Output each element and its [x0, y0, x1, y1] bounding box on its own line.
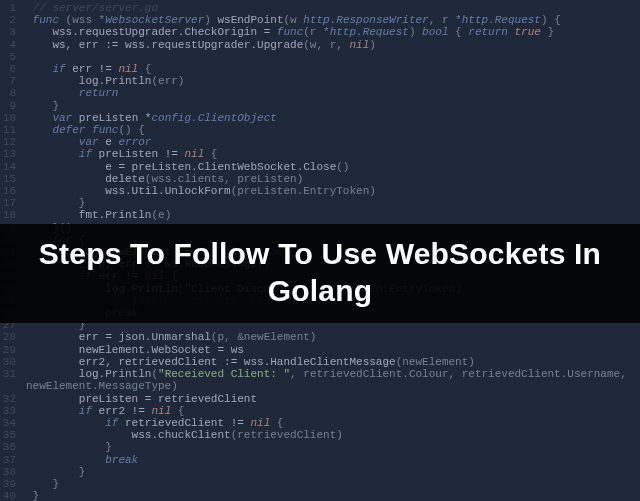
line-number: 8: [0, 87, 26, 99]
code-line: 31 log.Println("Receieved Client: ", ret…: [0, 368, 640, 380]
line-number: 30: [0, 356, 26, 368]
code-line: 3 wss.requestUpgrader.CheckOrigin = func…: [0, 26, 640, 38]
code-line: 2 func (wss *WebsocketServer) wsEndPoint…: [0, 14, 640, 26]
line-number: 28: [0, 331, 26, 343]
code-content: var preListen *config.ClientObject: [26, 112, 640, 124]
code-content: fmt.Println(e): [26, 209, 640, 221]
line-number: 12: [0, 136, 26, 148]
line-number: 35: [0, 429, 26, 441]
code-content: }: [26, 478, 640, 490]
overlay-title: Steps To Follow To Use WebSockets In Gol…: [16, 236, 624, 309]
code-content: return: [26, 87, 640, 99]
code-line: 1 // server/server.go: [0, 2, 640, 14]
code-content: }: [26, 490, 640, 501]
code-line: 37 break: [0, 454, 640, 466]
line-number: 36: [0, 441, 26, 453]
code-line: 36 }: [0, 441, 640, 453]
code-line: 32 preListen = retrievedClient: [0, 393, 640, 405]
line-number: 11: [0, 124, 26, 136]
code-line: 29 newElement.WebSocket = ws: [0, 344, 640, 356]
code-line: 15 delete(wss.clients, preListen): [0, 173, 640, 185]
code-content: }: [26, 441, 640, 453]
line-number: [0, 380, 26, 392]
code-line: 16 wss.Util.UnlockForm(preListen.EntryTo…: [0, 185, 640, 197]
code-content: err = json.Unmarshal(p, &newElement): [26, 331, 640, 343]
line-number: 29: [0, 344, 26, 356]
code-content: delete(wss.clients, preListen): [26, 173, 640, 185]
line-number: 40: [0, 490, 26, 501]
code-content: e = preListen.ClientWebSocket.Close(): [26, 161, 640, 173]
code-line: 28 err = json.Unmarshal(p, &newElement): [0, 331, 640, 343]
code-line: 35 wss.chuckClient(retrievedClient): [0, 429, 640, 441]
line-number: 32: [0, 393, 26, 405]
code-line: 33 if err2 != nil {: [0, 405, 640, 417]
code-content: log.Println("Receieved Client: ", retrie…: [26, 368, 640, 380]
code-line: 6 if err != nil {: [0, 63, 640, 75]
line-number: 9: [0, 100, 26, 112]
line-number: 38: [0, 466, 26, 478]
code-line: 30 err2, retrievedClient := wss.HandleCl…: [0, 356, 640, 368]
code-line: 11 defer func() {: [0, 124, 640, 136]
code-content: err2, retrievedClient := wss.HandleClien…: [26, 356, 640, 368]
code-line: 39 }: [0, 478, 640, 490]
line-number: 31: [0, 368, 26, 380]
line-number: 5: [0, 51, 26, 63]
code-line: 9 }: [0, 100, 640, 112]
code-content: preListen = retrievedClient: [26, 393, 640, 405]
code-content: if err != nil {: [26, 63, 640, 75]
code-content: wss.Util.UnlockForm(preListen.EntryToken…: [26, 185, 640, 197]
code-line: 4 ws, err := wss.requestUpgrader.Upgrade…: [0, 39, 640, 51]
line-number: 15: [0, 173, 26, 185]
code-line: 10 var preListen *config.ClientObject: [0, 112, 640, 124]
code-content: if retrievedClient != nil {: [26, 417, 640, 429]
line-number: 33: [0, 405, 26, 417]
code-content: newElement.MessageType): [26, 380, 640, 392]
line-number: 4: [0, 39, 26, 51]
line-number: 10: [0, 112, 26, 124]
code-content: if err2 != nil {: [26, 405, 640, 417]
code-content: }: [26, 100, 640, 112]
code-line: 8 return: [0, 87, 640, 99]
line-number: 13: [0, 148, 26, 160]
code-line: 5: [0, 51, 640, 63]
code-content: // server/server.go: [26, 2, 640, 14]
code-content: wss.requestUpgrader.CheckOrigin = func(r…: [26, 26, 640, 38]
code-line: 14 e = preListen.ClientWebSocket.Close(): [0, 161, 640, 173]
line-number: 18: [0, 209, 26, 221]
code-line: 12 var e error: [0, 136, 640, 148]
line-number: 37: [0, 454, 26, 466]
code-content: var e error: [26, 136, 640, 148]
code-content: defer func() {: [26, 124, 640, 136]
code-line: 17 }: [0, 197, 640, 209]
line-number: 39: [0, 478, 26, 490]
code-line: 40 }: [0, 490, 640, 501]
code-content: if preListen != nil {: [26, 148, 640, 160]
line-number: 3: [0, 26, 26, 38]
code-content: log.Println(err): [26, 75, 640, 87]
code-content: }: [26, 466, 640, 478]
code-content: newElement.WebSocket = ws: [26, 344, 640, 356]
line-number: 17: [0, 197, 26, 209]
line-number: 6: [0, 63, 26, 75]
code-content: break: [26, 454, 640, 466]
code-line: 18 fmt.Println(e): [0, 209, 640, 221]
code-line: 38 }: [0, 466, 640, 478]
code-content: func (wss *WebsocketServer) wsEndPoint(w…: [26, 14, 640, 26]
line-number: 34: [0, 417, 26, 429]
line-number: 7: [0, 75, 26, 87]
line-number: 14: [0, 161, 26, 173]
code-content: }: [26, 197, 640, 209]
code-line: newElement.MessageType): [0, 380, 640, 392]
title-overlay: Steps To Follow To Use WebSockets In Gol…: [0, 224, 640, 323]
code-content: [26, 51, 640, 63]
line-number: 16: [0, 185, 26, 197]
code-content: wss.chuckClient(retrievedClient): [26, 429, 640, 441]
code-line: 13 if preListen != nil {: [0, 148, 640, 160]
code-line: 7 log.Println(err): [0, 75, 640, 87]
code-line: 34 if retrievedClient != nil {: [0, 417, 640, 429]
line-number: 2: [0, 14, 26, 26]
line-number: 1: [0, 2, 26, 14]
code-content: ws, err := wss.requestUpgrader.Upgrade(w…: [26, 39, 640, 51]
